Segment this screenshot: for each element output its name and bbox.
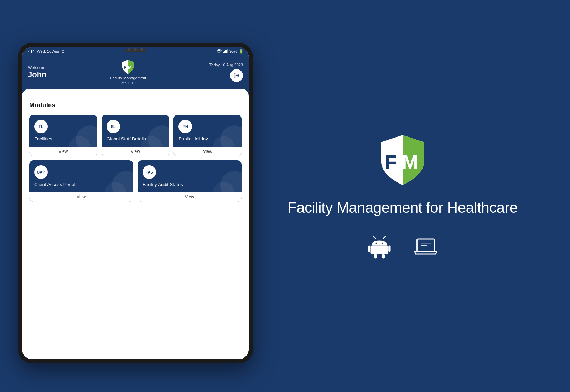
svg-rect-15 bbox=[371, 246, 388, 254]
holiday-view-button[interactable]: View bbox=[173, 147, 242, 156]
svg-text:F: F bbox=[124, 65, 126, 70]
module-card-facilities[interactable]: FL Facilities View bbox=[29, 115, 97, 156]
module-card-inner-cap: CAP Client Access Portal bbox=[29, 160, 133, 192]
camera-dot-2 bbox=[134, 48, 137, 51]
module-card-staff[interactable]: SL Global Staff Details View bbox=[102, 115, 170, 156]
header-curve bbox=[22, 89, 249, 96]
svg-point-0 bbox=[218, 52, 219, 53]
signal-icon bbox=[223, 49, 228, 53]
cap-view-button[interactable]: View bbox=[29, 192, 133, 202]
module-name-facilities: Facilities bbox=[34, 136, 92, 146]
svg-rect-2 bbox=[224, 51, 225, 53]
modules-grid-bottom: CAP Client Access Portal View FAS Facili… bbox=[29, 160, 242, 202]
camera-dot-1 bbox=[128, 48, 130, 51]
svg-rect-19 bbox=[382, 254, 385, 259]
module-badge-fas: FAS bbox=[142, 165, 156, 179]
svg-text:M: M bbox=[128, 65, 132, 70]
module-badge-cap: CAP bbox=[34, 165, 48, 179]
svg-rect-5 bbox=[227, 49, 228, 53]
module-name-staff: Global Staff Details bbox=[107, 136, 165, 146]
header-date: Today 16 Aug 2023 bbox=[209, 63, 243, 67]
module-card-inner-facilities: FL Facilities bbox=[29, 115, 97, 147]
module-badge-fl: FL bbox=[34, 120, 48, 133]
svg-rect-1 bbox=[223, 52, 224, 53]
module-name-cap: Client Access Portal bbox=[34, 182, 128, 192]
module-card-inner-staff: SL Global Staff Details bbox=[102, 115, 170, 147]
welcome-text: Welcome! bbox=[28, 65, 47, 70]
header-right: Today 16 Aug 2023 bbox=[209, 63, 243, 82]
brand-title: Facility Management for Healthcare bbox=[287, 199, 518, 216]
platform-icons bbox=[367, 234, 438, 261]
module-badge-ph: PH bbox=[178, 120, 192, 133]
android-icon bbox=[367, 234, 392, 261]
logout-button[interactable] bbox=[230, 69, 243, 82]
svg-point-13 bbox=[376, 243, 377, 244]
svg-rect-4 bbox=[226, 50, 227, 53]
modules-grid-top: FL Facilities View SL Global Staff Detai… bbox=[29, 115, 242, 156]
right-branding-panel: F M Facility Management for Healthcare bbox=[235, 110, 570, 282]
status-right: 95% 🔋 bbox=[217, 49, 244, 54]
username-text: John bbox=[28, 70, 47, 79]
status-calendar-icon: 🗓 bbox=[61, 49, 65, 53]
module-badge-sl: SL bbox=[107, 120, 120, 133]
header-center: F M Facility Management Ver. 1.0.0 bbox=[110, 59, 146, 85]
svg-rect-17 bbox=[388, 246, 390, 252]
svg-line-11 bbox=[373, 236, 376, 239]
module-card-holiday[interactable]: PH Public Holiday View bbox=[173, 115, 242, 156]
tablet-device: 7:14 Wed, 16 Aug 🗓 bbox=[18, 43, 253, 363]
app-header: Welcome! John F M Facility Management bbox=[22, 56, 249, 89]
tablet-frame: 7:14 Wed, 16 Aug 🗓 bbox=[18, 43, 253, 363]
svg-rect-16 bbox=[368, 246, 370, 252]
battery-text: 95% bbox=[229, 49, 237, 53]
brand-logo: F M bbox=[374, 131, 431, 189]
module-card-inner-fas: FAS Facility Audit Status bbox=[138, 160, 242, 192]
fas-view-button[interactable]: View bbox=[138, 192, 242, 202]
app-content: Modules FL Facilities View SL Global St bbox=[22, 96, 249, 359]
modules-title: Modules bbox=[29, 102, 242, 109]
status-time: 7:14 bbox=[27, 49, 35, 53]
app-logo-small: F M bbox=[120, 59, 136, 75]
svg-rect-20 bbox=[417, 239, 435, 251]
staff-view-button[interactable]: View bbox=[102, 147, 170, 156]
svg-rect-18 bbox=[374, 254, 377, 259]
module-card-fas[interactable]: FAS Facility Audit Status View bbox=[138, 160, 242, 202]
status-date: Wed, 16 Aug bbox=[37, 49, 59, 53]
camera-dots bbox=[128, 48, 143, 51]
svg-point-14 bbox=[382, 243, 383, 244]
module-name-holiday: Public Holiday bbox=[178, 136, 237, 146]
laptop-icon bbox=[413, 234, 438, 261]
battery-icon: 🔋 bbox=[239, 49, 244, 54]
svg-text:M: M bbox=[402, 151, 418, 173]
camera-dot-3 bbox=[140, 48, 143, 51]
tablet-screen: 7:14 Wed, 16 Aug 🗓 bbox=[22, 47, 249, 359]
status-left: 7:14 Wed, 16 Aug 🗓 bbox=[27, 49, 65, 53]
svg-text:F: F bbox=[385, 151, 397, 173]
svg-line-12 bbox=[383, 236, 386, 239]
header-left: Welcome! John bbox=[28, 65, 47, 79]
app-version-text: Ver. 1.0.0 bbox=[120, 81, 135, 85]
facilities-view-button[interactable]: View bbox=[29, 147, 97, 156]
module-name-fas: Facility Audit Status bbox=[142, 182, 237, 192]
module-card-cap[interactable]: CAP Client Access Portal View bbox=[29, 160, 133, 202]
app-name-text: Facility Management bbox=[110, 76, 146, 81]
svg-rect-3 bbox=[225, 50, 226, 53]
wifi-icon bbox=[217, 49, 222, 53]
module-card-inner-holiday: PH Public Holiday bbox=[173, 115, 242, 147]
